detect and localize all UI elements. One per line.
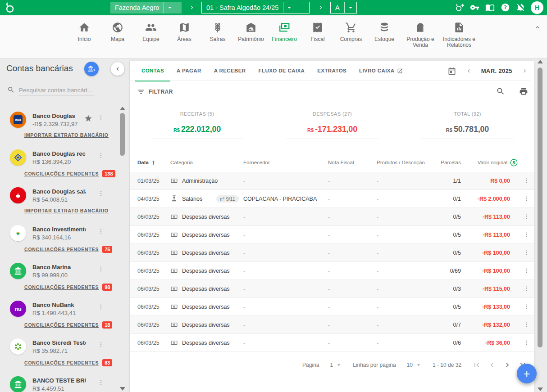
kebab-menu-icon[interactable]: [523, 231, 530, 239]
caret-down-icon[interactable]: [283, 4, 295, 11]
kebab-menu-icon[interactable]: [97, 378, 105, 387]
tab-extratos[interactable]: EXTRATOS: [311, 61, 353, 81]
tab-a-receber[interactable]: A RECEBER: [208, 61, 252, 81]
add-bank-account-button[interactable]: [84, 62, 99, 76]
kebab-menu-icon[interactable]: [523, 249, 530, 257]
transaction-row[interactable]: 06/03/25 Despesas diversas - - - 0/5 -R$…: [130, 244, 534, 262]
bank-account-banco-marina[interactable]: Banco Marina R$ 99.999,00 CONCILIAÇÕES P…: [0, 260, 128, 298]
kebab-menu-icon[interactable]: [97, 341, 105, 349]
book-icon[interactable]: [485, 3, 495, 12]
bank-account-banco-douglas-salario-ti[interactable]: Banco Douglas salário Ti... R$ 54.008,51…: [0, 185, 128, 222]
scrollbar-thumb[interactable]: [120, 113, 125, 156]
kebab-menu-icon[interactable]: [523, 339, 530, 347]
account-action-link[interactable]: CONCILIAÇÕES PENDENTES: [24, 322, 99, 328]
kebab-menu-icon[interactable]: [523, 267, 530, 275]
user-avatar[interactable]: H: [531, 1, 543, 14]
print-icon[interactable]: [519, 87, 528, 96]
bank-account-banco-douglas[interactable]: itaú Banco Douglas -R$ 2.329.732,97 IMPO…: [0, 109, 128, 147]
nav-item-producao-e-venda[interactable]: Produção e Venda: [401, 22, 440, 48]
transaction-row[interactable]: 06/03/25 Despesas diversas - - - 0/3 -R$…: [130, 280, 534, 298]
tab-contas[interactable]: CONTAS: [135, 61, 170, 81]
tab-livro-caixa[interactable]: LIVRO CAIXA: [353, 61, 409, 81]
page-scrollbar[interactable]: [537, 60, 543, 392]
mini-selector[interactable]: A: [330, 2, 357, 14]
nav-item-financeiro[interactable]: Financeiro: [268, 22, 301, 42]
transaction-row[interactable]: 01/03/25 Administração - - - 1/1 R$ 0,00: [130, 172, 534, 190]
scroll-up-arrow[interactable]: [120, 107, 125, 110]
kebab-menu-icon[interactable]: [97, 189, 105, 198]
kebab-menu-icon[interactable]: [97, 265, 105, 273]
account-action-link[interactable]: CONCILIAÇÕES PENDENTES: [24, 360, 99, 365]
account-action-link[interactable]: IMPORTAR EXTRATO BANCÁRIO: [24, 208, 109, 213]
nav-item-mapa[interactable]: Mapa: [101, 22, 134, 42]
harvest-selector[interactable]: 01 - Safra Algodão 24/25: [201, 2, 310, 14]
tab-a-pagar[interactable]: A PAGAR: [170, 61, 208, 81]
bank-account-banco-sicredi-teste[interactable]: Banco Sicredi Teste R$ 35.982,71 CONCILI…: [0, 336, 128, 374]
next-page-icon[interactable]: [503, 360, 512, 369]
aegro-switch-icon[interactable]: [455, 3, 464, 12]
search-table-icon[interactable]: [496, 87, 505, 96]
chevron-right-icon[interactable]: [521, 68, 528, 74]
nav-item-areas[interactable]: Áreas: [168, 22, 201, 42]
scrollbar-thumb[interactable]: [538, 68, 542, 347]
kebab-menu-icon[interactable]: [97, 227, 105, 235]
transaction-row[interactable]: 06/03/25 Despesas diversas - - - 0/5 -R$…: [130, 208, 534, 226]
account-action-link[interactable]: CONCILIAÇÕES PENDENTES: [24, 284, 99, 290]
page-select[interactable]: 1: [330, 362, 342, 368]
help-icon[interactable]: ?: [501, 3, 510, 12]
transaction-row[interactable]: 06/03/25 Despesas diversas - - - 0/69 -R…: [130, 262, 534, 280]
transaction-row[interactable]: 06/03/25 Despesas diversas - - - 0/5 -R$…: [130, 226, 534, 244]
transaction-row[interactable]: 06/03/25 Despesas diversas - - - 0/7 -R$…: [130, 316, 534, 334]
kebab-menu-icon[interactable]: [523, 321, 530, 329]
nav-item-compras[interactable]: Compras: [334, 22, 368, 42]
chevron-left-icon[interactable]: [465, 68, 472, 74]
caret-down-icon[interactable]: [345, 4, 356, 11]
first-page-icon[interactable]: [472, 360, 481, 369]
tab-fluxo-de-caixa[interactable]: FLUXO DE CAIXA: [252, 61, 311, 81]
rows-per-page-select[interactable]: 10: [407, 362, 422, 368]
transaction-row[interactable]: 06/03/25 Despesas diversas - - - 0/6 -R$…: [130, 334, 534, 352]
notifications-off-icon[interactable]: [516, 3, 525, 12]
key-icon[interactable]: [470, 3, 479, 12]
nav-item-indicadores-e-relatorios[interactable]: Indicadores e Relatórios: [440, 22, 479, 48]
bank-account-banco-investimentos[interactable]: Banco Investimentos R$ 340.164,16 CONCIL…: [0, 222, 128, 260]
account-action-link[interactable]: CONCILIAÇÕES PENDENTES: [24, 247, 99, 252]
kebab-menu-icon[interactable]: [523, 285, 530, 293]
search-input[interactable]: [19, 86, 94, 95]
kebab-menu-icon[interactable]: [523, 213, 530, 221]
previous-page-icon[interactable]: [488, 360, 497, 369]
star-icon[interactable]: [84, 114, 92, 122]
kebab-menu-icon[interactable]: [523, 195, 530, 203]
kebab-menu-icon[interactable]: [523, 177, 530, 185]
bank-account-banco-teste-bruna[interactable]: BANCO TESTE BRUNA R$ 4.459,51: [0, 374, 128, 392]
calendar-icon[interactable]: [447, 67, 456, 76]
scroll-up-arrow[interactable]: [538, 60, 543, 63]
transaction-row[interactable]: 04/03/25 Salários n° 9/11 COPLACANA - PI…: [130, 190, 534, 208]
account-action-link[interactable]: IMPORTAR EXTRATO BANCÁRIO: [24, 132, 109, 138]
kebab-menu-icon[interactable]: [97, 303, 105, 311]
kebab-menu-icon[interactable]: [97, 114, 105, 122]
nav-item-fiscal[interactable]: Fiscal: [301, 22, 334, 42]
sidebar-scrollbar[interactable]: [119, 107, 126, 391]
scroll-down-arrow[interactable]: [120, 387, 125, 391]
filter-button[interactable]: FILTRAR: [137, 88, 173, 96]
collapse-sidebar-button[interactable]: [111, 62, 124, 76]
nav-item-estoque[interactable]: Estoque: [368, 22, 401, 42]
nav-item-safras[interactable]: Safras: [201, 22, 234, 42]
bank-account-banco-douglas-recebime[interactable]: Banco Douglas recebime... R$ 136.394,20 …: [0, 147, 128, 185]
bank-account-banco-nubank[interactable]: nu Banco NuBank R$ 1.490.443,41 CONCILIA…: [0, 298, 128, 336]
transaction-row[interactable]: 06/03/25 Despesas diversas - - - 0/5 -R$…: [130, 298, 534, 316]
nav-item-inicio[interactable]: Início: [68, 22, 101, 42]
kebab-menu-icon[interactable]: [523, 303, 530, 311]
nav-item-patrimonio[interactable]: Patrimônio: [234, 22, 268, 42]
kebab-menu-icon[interactable]: [97, 152, 105, 160]
caret-down-icon[interactable]: [164, 4, 176, 11]
farm-selector[interactable]: Fazenda Aegro: [110, 2, 182, 14]
account-action-link[interactable]: CONCILIAÇÕES PENDENTES: [24, 171, 99, 176]
column-header-data[interactable]: Data: [137, 160, 170, 166]
scroll-down-arrow[interactable]: [538, 387, 543, 391]
nav-item-equipe[interactable]: Equipe: [134, 22, 168, 42]
aegro-logo-icon[interactable]: [4, 2, 15, 14]
collapse-nav-icon[interactable]: [533, 23, 542, 32]
add-transaction-fab[interactable]: +: [517, 364, 537, 383]
